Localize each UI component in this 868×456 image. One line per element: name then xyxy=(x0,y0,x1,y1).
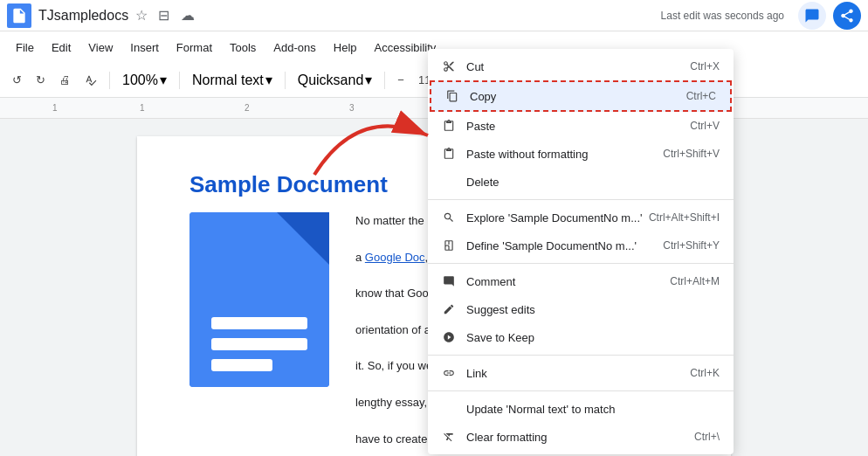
comment-label: Comment xyxy=(466,275,515,288)
font-decrease-button[interactable]: − xyxy=(392,70,410,90)
svg-rect-1 xyxy=(16,17,22,18)
cut-shortcut: Ctrl+X xyxy=(690,60,720,73)
ctx-divider-3 xyxy=(428,355,734,356)
zoom-value: 100% xyxy=(122,73,158,88)
link-icon xyxy=(442,366,456,380)
star-icon[interactable]: ☆ xyxy=(135,7,153,24)
context-menu-cut[interactable]: Cut Ctrl+X xyxy=(428,52,734,80)
ctx-divider-4 xyxy=(428,390,734,391)
define-label: Define 'Sample DocumentNo m...' xyxy=(466,239,637,252)
context-menu-clear-format[interactable]: Clear formatting Ctrl+\ xyxy=(428,423,734,451)
menu-format[interactable]: Format xyxy=(168,36,221,59)
menu-insert[interactable]: Insert xyxy=(121,36,168,59)
svg-rect-7 xyxy=(211,359,272,371)
copy-label: Copy xyxy=(470,90,496,103)
ctx-divider-1 xyxy=(428,199,734,200)
clear-format-label: Clear formatting xyxy=(466,431,547,444)
explore-shortcut: Ctrl+Alt+Shift+I xyxy=(649,211,720,224)
update-style-icon xyxy=(442,402,456,416)
toolbar-sep-2 xyxy=(179,72,180,89)
context-menu-explore[interactable]: Explore 'Sample DocumentNo m...' Ctrl+Al… xyxy=(428,204,734,231)
menu-edit[interactable]: Edit xyxy=(43,36,79,59)
paste-label: Paste xyxy=(466,120,495,133)
comment-icon xyxy=(442,274,456,288)
context-menu-define[interactable]: Define 'Sample DocumentNo m...' Ctrl+Shi… xyxy=(428,231,734,259)
style-dropdown[interactable]: Normal text ▾ xyxy=(187,68,278,92)
toolbar-sep-1 xyxy=(109,72,110,89)
keep-icon xyxy=(442,330,456,344)
redo-button[interactable]: ↻ xyxy=(31,70,51,90)
paste-shortcut: Ctrl+V xyxy=(690,120,720,132)
paste-icon xyxy=(442,119,456,133)
link-shortcut: Ctrl+K xyxy=(690,367,720,379)
explore-icon xyxy=(442,211,456,225)
context-menu-update-style[interactable]: Update 'Normal text' to match xyxy=(428,395,734,423)
update-style-label: Update 'Normal text' to match xyxy=(466,403,615,416)
delete-label: Delete xyxy=(466,176,499,189)
menu-tools[interactable]: Tools xyxy=(221,36,265,59)
document-image xyxy=(189,212,329,387)
cloud-icon[interactable]: ☁ xyxy=(181,7,198,24)
delete-icon xyxy=(442,175,456,189)
style-chevron: ▾ xyxy=(265,72,272,88)
paste-no-format-shortcut: Ctrl+Shift+V xyxy=(663,148,720,160)
folder-icon[interactable]: ⊟ xyxy=(158,7,176,24)
menu-view[interactable]: View xyxy=(79,36,121,59)
document-title: TJsampledocs xyxy=(38,8,128,24)
suggest-label: Suggest edits xyxy=(466,303,535,316)
toolbar-sep-4 xyxy=(384,72,385,89)
copy-icon xyxy=(445,89,459,103)
toolbar-sep-3 xyxy=(285,72,286,89)
cut-label: Cut xyxy=(466,60,484,73)
context-menu-link[interactable]: Link Ctrl+K xyxy=(428,359,734,387)
link-label: Link xyxy=(466,367,487,380)
context-menu-comment[interactable]: Comment Ctrl+Alt+M xyxy=(428,267,734,295)
style-value: Normal text xyxy=(192,73,264,88)
context-menu-suggest[interactable]: Suggest edits xyxy=(428,295,734,323)
svg-rect-6 xyxy=(211,338,307,350)
zoom-chevron: ▾ xyxy=(160,72,167,88)
context-menu-paste-no-format[interactable]: Paste without formatting Ctrl+Shift+V xyxy=(428,140,734,168)
keep-label: Save to Keep xyxy=(466,331,534,344)
chat-button[interactable] xyxy=(798,2,826,30)
menu-help[interactable]: Help xyxy=(325,36,366,59)
last-edit-text: Last edit was seconds ago xyxy=(661,10,784,22)
clear-format-shortcut: Ctrl+\ xyxy=(694,431,720,443)
define-icon xyxy=(442,238,456,252)
suggest-icon xyxy=(442,302,456,316)
define-shortcut: Ctrl+Shift+Y xyxy=(663,239,720,252)
context-menu-keep[interactable]: Save to Keep xyxy=(428,323,734,351)
print-button[interactable]: 🖨 xyxy=(54,70,76,90)
title-bar: TJsampledocs ☆ ⊟ ☁ Last edit was seconds… xyxy=(0,0,868,31)
app-icon[interactable] xyxy=(7,3,31,28)
menu-addons[interactable]: Add-ons xyxy=(265,36,324,59)
top-right-icons xyxy=(798,2,861,30)
svg-rect-5 xyxy=(211,317,307,329)
context-menu-delete[interactable]: Delete xyxy=(428,168,734,196)
paste-no-format-label: Paste without formatting xyxy=(466,148,588,161)
font-dropdown[interactable]: Quicksand ▾ xyxy=(293,68,378,92)
comment-shortcut: Ctrl+Alt+M xyxy=(670,275,720,287)
svg-rect-0 xyxy=(16,16,22,17)
font-chevron: ▾ xyxy=(365,72,372,88)
context-menu: Cut Ctrl+X Copy Ctrl+C Paste Ctrl+V Past… xyxy=(428,49,734,454)
copy-shortcut: Ctrl+C xyxy=(686,90,716,102)
paste-plain-icon xyxy=(442,147,456,161)
svg-rect-2 xyxy=(16,20,19,21)
undo-button[interactable]: ↺ xyxy=(7,70,27,90)
explore-label: Explore 'Sample DocumentNo m...' xyxy=(466,211,643,225)
share-button[interactable] xyxy=(833,2,861,30)
font-value: Quicksand xyxy=(298,73,364,88)
menu-file[interactable]: File xyxy=(7,36,43,59)
context-menu-paste[interactable]: Paste Ctrl+V xyxy=(428,112,734,140)
scissors-icon xyxy=(442,59,456,73)
zoom-dropdown[interactable]: 100% ▾ xyxy=(117,68,172,92)
ctx-divider-2 xyxy=(428,263,734,264)
google-doc-link[interactable]: Google Doc xyxy=(365,251,425,264)
spellcheck-button[interactable] xyxy=(79,71,102,90)
clear-format-icon xyxy=(442,430,456,444)
context-menu-copy[interactable]: Copy Ctrl+C xyxy=(430,80,732,112)
title-icon-group: ☆ ⊟ ☁ xyxy=(135,7,198,24)
